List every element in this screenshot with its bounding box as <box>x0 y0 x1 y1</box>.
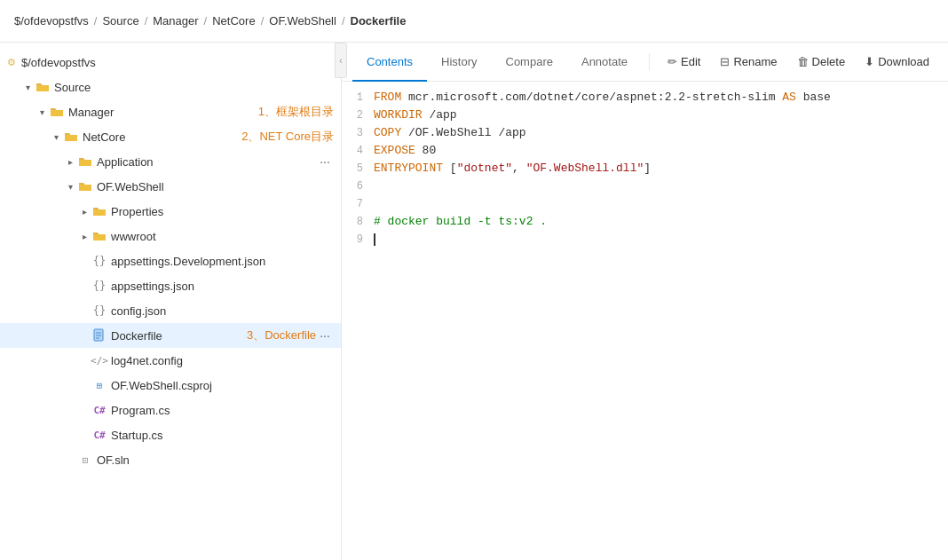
sidebar-item-log4net[interactable]: </> log4net.config <box>0 348 341 373</box>
breadcrumb-netcore[interactable]: NetCore <box>212 14 255 28</box>
file-icon-dockerfile <box>92 328 107 343</box>
file-tree-sidebar: ⚙ $/ofdevopstfvs Source <box>0 43 342 560</box>
sidebar-item-appsettings[interactable]: {} appsettings.json <box>0 273 341 298</box>
tab-contents[interactable]: Contents <box>352 43 427 82</box>
file-icon-appsettings-dev: {} <box>92 254 107 268</box>
sidebar-item-ofwebshell[interactable]: OF.WebShell <box>0 174 341 199</box>
sidebar-item-appsettings-dev[interactable]: {} appsettings.Development.json <box>0 248 341 273</box>
tabs-separator <box>649 53 650 71</box>
sidebar-collapse-button[interactable]: ‹ <box>335 43 347 78</box>
download-label: Download <box>878 55 929 68</box>
tree-label-log4net: log4net.config <box>111 354 334 367</box>
code-line-4: 4 EXPOSE 80 <box>342 142 948 160</box>
tabs-bar: Contents History Compare Annotate ✏ Edit… <box>342 43 948 82</box>
folder-icon-netcore <box>64 130 78 144</box>
sidebar-item-application[interactable]: Application ··· <box>0 149 341 174</box>
tab-compare[interactable]: Compare <box>492 43 567 82</box>
code-line-8: 8 # docker build -t ts:v2 . <box>342 213 948 231</box>
line-content-4: EXPOSE 80 <box>374 142 948 160</box>
breadcrumb-root[interactable]: $/ofdevopstfvs <box>14 14 89 28</box>
rename-label: Rename <box>733 55 777 68</box>
line-content-2: WORKDIR /app <box>374 106 948 124</box>
code-line-5: 5 ENTRYPOINT ["dotnet", "OF.WebShell.dll… <box>342 160 948 177</box>
folder-icon-ofwebshell <box>78 179 92 193</box>
tree-label-csproj: OF.WebShell.csproj <box>111 379 334 392</box>
download-button[interactable]: ⬇ Download <box>857 51 937 73</box>
chevron-config <box>78 304 91 317</box>
breadcrumb-sep-1: / <box>94 14 98 28</box>
chevron-ofsln <box>64 454 76 466</box>
folder-icon-manager <box>50 105 64 119</box>
tree-label-startup: Startup.cs <box>111 429 334 442</box>
sidebar-item-netcore[interactable]: NetCore 2、NET Core目录 <box>0 124 341 149</box>
breadcrumb-source[interactable]: Source <box>102 14 138 28</box>
tree-label-program: Program.cs <box>111 404 334 417</box>
breadcrumb: $/ofdevopstfvs / Source / Manager / NetC… <box>0 0 948 43</box>
code-line-6: 6 <box>342 177 948 195</box>
breadcrumb-sep-2: / <box>145 14 148 28</box>
line-number-2: 2 <box>342 106 374 124</box>
file-icon-appsettings: {} <box>92 279 107 293</box>
sidebar-item-properties[interactable]: Properties <box>0 199 341 224</box>
file-icon-config: {} <box>92 304 107 318</box>
tree-label-manager: Manager <box>68 106 251 119</box>
chevron-ofwebshell <box>64 180 76 193</box>
edit-icon: ✏ <box>668 55 677 68</box>
tree-label-application: Application <box>97 155 316 169</box>
line-number-9: 9 <box>342 231 374 248</box>
sidebar-item-config[interactable]: {} config.json <box>0 298 341 323</box>
line-content-6 <box>374 177 948 195</box>
code-area[interactable]: 1 FROM mcr.microsoft.com/dotnet/core/asp… <box>342 82 948 560</box>
file-icon-program: C# <box>92 403 107 417</box>
sidebar-item-source[interactable]: Source <box>0 75 341 99</box>
line-number-8: 8 <box>342 213 374 231</box>
tree-label-config: config.json <box>111 304 334 318</box>
content-pane: Contents History Compare Annotate ✏ Edit… <box>342 43 948 560</box>
chevron-program <box>78 404 91 416</box>
code-line-1: 1 FROM mcr.microsoft.com/dotnet/core/asp… <box>342 89 948 106</box>
sidebar-item-dockerfile[interactable]: Dockerfile 3、Dockerfile ··· <box>0 323 341 348</box>
chevron-dockerfile <box>78 329 91 342</box>
breadcrumb-ofwebshell[interactable]: OF.WebShell <box>269 14 336 28</box>
sidebar-item-program[interactable]: C# Program.cs <box>0 398 341 422</box>
breadcrumb-current: Dockerfile <box>351 14 407 28</box>
chevron-appsettings <box>78 280 91 292</box>
file-icon-startup: C# <box>92 428 107 442</box>
delete-button[interactable]: 🗑 Delete <box>789 51 854 73</box>
sidebar-item-manager[interactable]: Manager 1、框架根目录 <box>0 99 341 124</box>
tree-label-properties: Properties <box>111 205 334 218</box>
breadcrumb-sep-3: / <box>204 14 208 28</box>
sidebar-item-startup[interactable]: C# Startup.cs <box>0 422 341 447</box>
folder-icon-wwwroot <box>92 229 107 243</box>
toolbar-right: ✏ Edit ⊟ Rename 🗑 Delete ⬇ Download <box>660 51 937 73</box>
chevron-manager <box>36 106 48 118</box>
tab-annotate[interactable]: Annotate <box>567 43 642 82</box>
edit-button[interactable]: ✏ Edit <box>660 51 708 73</box>
tree-label-wwwroot: wwwroot <box>111 230 334 243</box>
sidebar-item-csproj[interactable]: ⊞ OF.WebShell.csproj <box>0 373 341 398</box>
breadcrumb-sep-4: / <box>261 14 265 28</box>
sidebar-item-ofsln[interactable]: ⊡ OF.sln <box>0 447 341 472</box>
line-content-3: COPY /OF.WebShell /app <box>374 124 948 142</box>
folder-icon-application <box>78 154 92 169</box>
chevron-csproj <box>78 379 91 391</box>
chevron-source <box>21 81 34 93</box>
application-more-button[interactable]: ··· <box>316 153 334 170</box>
tree-label-appsettings: appsettings.json <box>111 280 334 293</box>
dockerfile-more-button[interactable]: ··· <box>316 327 334 344</box>
tab-history[interactable]: History <box>427 43 491 82</box>
download-icon: ⬇ <box>865 55 874 68</box>
delete-icon: 🗑 <box>797 55 809 68</box>
code-line-9: 9 <box>342 231 948 248</box>
line-content-5: ENTRYPOINT ["dotnet", "OF.WebShell.dll"] <box>374 160 948 177</box>
rename-button[interactable]: ⊟ Rename <box>712 51 785 73</box>
delete-label: Delete <box>812 55 846 68</box>
breadcrumb-manager[interactable]: Manager <box>153 14 198 28</box>
folder-icon-source <box>36 80 50 94</box>
code-line-3: 3 COPY /OF.WebShell /app <box>342 124 948 142</box>
file-icon-log4net: </> <box>92 353 107 367</box>
main-layout: ‹ ⚙ $/ofdevopstfvs Source <box>0 43 948 560</box>
sidebar-item-wwwroot[interactable]: wwwroot <box>0 224 341 248</box>
chevron-startup <box>78 429 91 441</box>
tree-item-root[interactable]: ⚙ $/ofdevopstfvs <box>0 50 341 75</box>
